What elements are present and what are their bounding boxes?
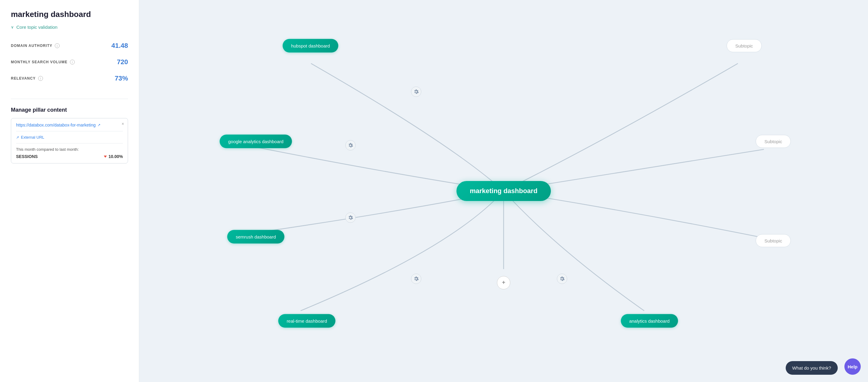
page-title: marketing dashboard: [11, 10, 128, 19]
sessions-row: SESSIONS 10.00%: [16, 154, 123, 159]
add-node-button[interactable]: +: [497, 276, 510, 289]
divider: [11, 99, 128, 99]
gear-node-bottom-right[interactable]: [557, 274, 567, 284]
metric-row-monthly-search: MONTHLY SEARCH VOLUME i 720: [11, 54, 128, 70]
node-google-analytics[interactable]: google analytics dashboard: [220, 134, 292, 148]
gear-node-google[interactable]: [345, 140, 355, 151]
node-subtopic-3[interactable]: Subtopic: [756, 234, 791, 247]
gear-node-hubspot[interactable]: [411, 87, 421, 97]
external-url-row[interactable]: ↗ External URL: [16, 135, 123, 139]
chevron-icon: ∨: [11, 25, 14, 29]
node-realtime[interactable]: real-time dashboard: [278, 314, 335, 328]
gear-node-bottom-left[interactable]: [411, 274, 421, 284]
sessions-percentage: 10.00%: [108, 154, 123, 159]
url-text: https://databox.com/databox-for-marketin…: [16, 123, 96, 127]
help-button[interactable]: Help: [844, 358, 861, 375]
node-semrush[interactable]: semrush dashboard: [227, 230, 284, 244]
monthly-search-label: MONTHLY SEARCH VOLUME: [11, 60, 67, 64]
domain-authority-info-icon[interactable]: i: [55, 43, 60, 48]
semrush-label: semrush dashboard: [236, 234, 276, 240]
core-topic-label: Core topic validation: [17, 25, 58, 30]
core-topic-toggle[interactable]: ∨ Core topic validation: [11, 25, 128, 30]
mind-map-container: marketing dashboard hubspot dashboard go…: [139, 0, 868, 382]
manage-pillar-title: Manage pillar content: [11, 107, 128, 113]
hubspot-label: hubspot dashboard: [291, 43, 330, 49]
mind-map-panel: marketing dashboard hubspot dashboard go…: [139, 0, 868, 382]
analytics-dashboard-label: analytics dashboard: [629, 318, 670, 324]
subtopic-2-label: Subtopic: [765, 139, 782, 144]
node-subtopic-1[interactable]: Subtopic: [726, 39, 762, 52]
feedback-button[interactable]: What do you think?: [786, 361, 838, 375]
pillar-url-link[interactable]: https://databox.com/databox-for-marketin…: [16, 123, 123, 127]
node-hubspot[interactable]: hubspot dashboard: [283, 39, 338, 53]
relevancy-label: RELEVANCY: [11, 76, 36, 81]
sessions-value: 10.00%: [104, 154, 123, 159]
gear-node-semrush[interactable]: [345, 213, 355, 223]
relevancy-info-icon[interactable]: i: [38, 76, 43, 81]
subtopic-1-label: Subtopic: [735, 43, 753, 49]
metric-row-relevancy: RELEVANCY i 73%: [11, 70, 128, 87]
metric-row-domain-authority: DOMAIN AUTHORITY i 41.48: [11, 37, 128, 54]
close-button[interactable]: ×: [122, 121, 124, 126]
url-divider: [16, 131, 123, 131]
realtime-label: real-time dashboard: [287, 318, 327, 324]
left-panel: marketing dashboard ∨ Core topic validat…: [0, 0, 139, 382]
url-divider-2: [16, 143, 123, 144]
metrics-section: DOMAIN AUTHORITY i 41.48 MONTHLY SEARCH …: [11, 37, 128, 87]
sessions-label: SESSIONS: [16, 154, 38, 159]
subtopic-3-label: Subtopic: [765, 238, 782, 243]
external-link-icon: ↗: [97, 123, 100, 127]
domain-authority-label: DOMAIN AUTHORITY: [11, 43, 52, 48]
plus-icon: +: [502, 279, 505, 286]
url-box: × https://databox.com/databox-for-market…: [11, 118, 128, 163]
comparison-label: This month compared to last month:: [16, 147, 123, 152]
external-url-label: External URL: [21, 135, 44, 139]
relevancy-value: 73%: [115, 74, 128, 82]
google-analytics-label: google analytics dashboard: [228, 139, 284, 144]
monthly-search-info-icon[interactable]: i: [70, 60, 75, 64]
center-node[interactable]: marketing dashboard: [456, 181, 551, 201]
center-node-label: marketing dashboard: [470, 187, 537, 195]
domain-authority-value: 41.48: [112, 42, 128, 50]
node-subtopic-2[interactable]: Subtopic: [756, 135, 791, 148]
monthly-search-value: 720: [117, 58, 128, 66]
node-analytics-dashboard[interactable]: analytics dashboard: [621, 314, 678, 328]
arrow-down-icon: [104, 156, 107, 158]
external-url-icon: ↗: [16, 135, 19, 139]
